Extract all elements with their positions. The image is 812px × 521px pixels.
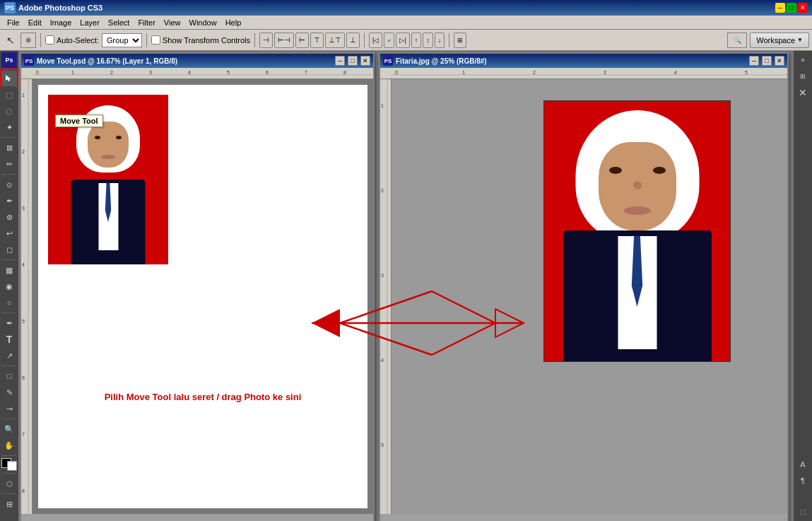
dist-middle-v-btn[interactable]: ↕ <box>423 33 433 48</box>
instruction-text: Pilih Move Tool lalu seret / drag Photo … <box>105 392 302 402</box>
svg-text:3: 3 <box>149 70 152 75</box>
tool-sep-8 <box>2 473 16 474</box>
text-tool-btn[interactable]: T <box>1 332 17 347</box>
tool-sep-9 <box>2 493 16 494</box>
svg-text:5: 5 <box>745 70 748 75</box>
svg-text:6: 6 <box>266 70 269 75</box>
doc2-maximize[interactable]: □ <box>762 56 772 66</box>
notes-btn[interactable]: ✎ <box>1 385 17 400</box>
crop-tool-btn[interactable]: ⊠ <box>1 140 17 156</box>
svg-text:5: 5 <box>227 70 230 75</box>
lips-large <box>624 206 651 215</box>
right-panel-btn-4[interactable]: A <box>795 457 811 472</box>
align-middle-v-btn[interactable]: ⊥⊤ <box>325 33 345 48</box>
quick-mask-btn[interactable]: ⬡ <box>1 476 17 491</box>
workspace-button[interactable]: Workspace ▼ <box>750 33 809 48</box>
minimize-button[interactable]: ─ <box>775 3 785 13</box>
doc2-minimize[interactable]: ─ <box>749 56 759 66</box>
dist-right-btn[interactable]: ▷| <box>396 33 409 48</box>
window-controls: ─ □ ✕ <box>775 3 808 13</box>
brush-tool-btn[interactable]: ✒ <box>1 193 17 209</box>
menu-select[interactable]: Select <box>104 18 134 28</box>
left-eye-large <box>609 167 622 174</box>
path-select-btn[interactable]: ↗ <box>1 348 17 363</box>
svg-text:3: 3 <box>604 70 606 75</box>
toolbar-separator-2 <box>146 33 147 47</box>
menu-edit[interactable]: Edit <box>24 18 46 28</box>
tool-options-icon[interactable]: ⊕ <box>20 33 36 48</box>
svg-text:3: 3 <box>22 206 25 211</box>
svg-text:1: 1 <box>22 93 25 98</box>
doc2-close[interactable]: ✕ <box>775 56 784 66</box>
dist-left-btn[interactable]: |◁ <box>369 33 382 48</box>
dist-top-btn[interactable]: ↑ <box>411 33 422 48</box>
canvas-area: Move Tool PS Move Tool.psd @ 16.67% (Lay… <box>18 51 794 521</box>
show-transform-checkbox[interactable] <box>151 35 160 45</box>
doc1-maximize[interactable]: □ <box>348 56 358 66</box>
color-swatch[interactable] <box>1 458 17 471</box>
hand-btn[interactable]: ✋ <box>1 438 17 453</box>
clone-stamp-btn[interactable]: ⊛ <box>1 209 17 225</box>
gradient-btn[interactable]: ▦ <box>1 262 17 278</box>
tool-sep-7 <box>2 455 16 456</box>
measure-btn[interactable]: ⊸ <box>1 401 17 416</box>
svg-marker-0 <box>6 75 11 81</box>
menu-help[interactable]: Help <box>221 18 246 28</box>
info-btn[interactable]: 🔍 <box>727 33 747 48</box>
doc2-ruler-left: 1 2 3 4 5 <box>380 79 392 514</box>
doc1-ruler-left: 1 2 3 4 5 6 7 8 <box>21 79 33 514</box>
zoom-btn[interactable]: 🔍 <box>1 421 17 437</box>
eyedropper-btn[interactable]: ✏ <box>1 156 17 172</box>
auto-select-checkbox[interactable] <box>45 35 54 45</box>
menu-layer[interactable]: Layer <box>76 18 104 28</box>
dodge-btn[interactable]: ○ <box>1 295 17 310</box>
right-panel-btn-5[interactable]: ¶ <box>795 473 811 488</box>
menu-window[interactable]: Window <box>185 18 221 28</box>
menu-bar: File Edit Image Layer Select Filter View… <box>0 16 812 30</box>
history-brush-btn[interactable]: ↩ <box>1 226 17 241</box>
doc1-close[interactable]: ✕ <box>360 56 370 66</box>
left-toolbar: Ps ⬚ ◌ ✦ ⊠ ✏ ⊙ ✒ ⊛ ↩ ◻ ▦ ◉ ○ ✒ T ↗ □ ✎ ⊸… <box>0 51 18 521</box>
right-panel-btn-1[interactable]: ≡ <box>795 52 811 68</box>
screen-mode-btn[interactable]: ⊞ <box>1 496 17 512</box>
align-bottom-btn[interactable]: ⊥ <box>346 33 360 48</box>
align-top-btn[interactable]: ⊤ <box>310 33 324 48</box>
right-panel-btn-6[interactable]: ⬚ <box>795 504 811 520</box>
doc1-ruler-top: 0 1 2 3 4 5 6 7 8 <box>21 68 373 79</box>
tool-sep-2 <box>2 174 16 175</box>
menu-view[interactable]: View <box>160 18 185 28</box>
svg-text:1: 1 <box>71 70 74 75</box>
magic-wand-btn[interactable]: ✦ <box>1 119 17 135</box>
align-left-btn[interactable]: ⊣ <box>259 33 273 48</box>
right-panel-btn-2[interactable]: ⊞ <box>795 69 811 84</box>
right-panel-btn-3[interactable]: ✕ <box>795 85 811 100</box>
maximize-button[interactable]: □ <box>787 3 796 13</box>
move-tool-btn[interactable] <box>1 71 17 86</box>
ps-brand-icon: Ps <box>1 52 17 68</box>
dist-center-h-btn[interactable]: ⌿ <box>384 33 394 48</box>
menu-file[interactable]: File <box>3 18 24 28</box>
eraser-btn[interactable]: ◻ <box>1 242 17 257</box>
blur-btn[interactable]: ◉ <box>1 279 17 294</box>
dist-bottom-btn[interactable]: ↓ <box>435 33 445 48</box>
background-color <box>7 461 17 471</box>
menu-filter[interactable]: Filter <box>134 18 159 28</box>
pen-tool-btn[interactable]: ✒ <box>1 315 17 331</box>
spot-heal-btn[interactable]: ⊙ <box>1 177 17 192</box>
close-button[interactable]: ✕ <box>798 3 808 13</box>
right-panel: ≡ ⊞ ✕ A ¶ ⬚ <box>794 51 812 521</box>
svg-text:4: 4 <box>22 262 25 267</box>
align-center-h-btn[interactable]: ⊢⊣ <box>274 33 294 48</box>
auto-align-btn[interactable]: ⊞ <box>454 33 466 48</box>
doc1-title: Move Tool.psd @ 16.67% (Layer 1, RGB/8) <box>37 57 332 65</box>
selection-tool-btn[interactable]: ⬚ <box>1 87 17 103</box>
tool-sep-4 <box>2 312 16 313</box>
auto-select-dropdown[interactable]: Group Layer <box>102 33 142 47</box>
menu-image[interactable]: Image <box>46 18 76 28</box>
align-right-btn[interactable]: ⊢ <box>295 33 309 48</box>
toolbar: ↖ ⊕ Auto-Select: Group Layer Show Transf… <box>0 30 812 51</box>
lasso-tool-btn[interactable]: ◌ <box>1 103 17 119</box>
svg-text:2: 2 <box>533 70 536 75</box>
shape-tool-btn[interactable]: □ <box>1 368 17 384</box>
doc1-minimize[interactable]: ─ <box>335 56 345 66</box>
